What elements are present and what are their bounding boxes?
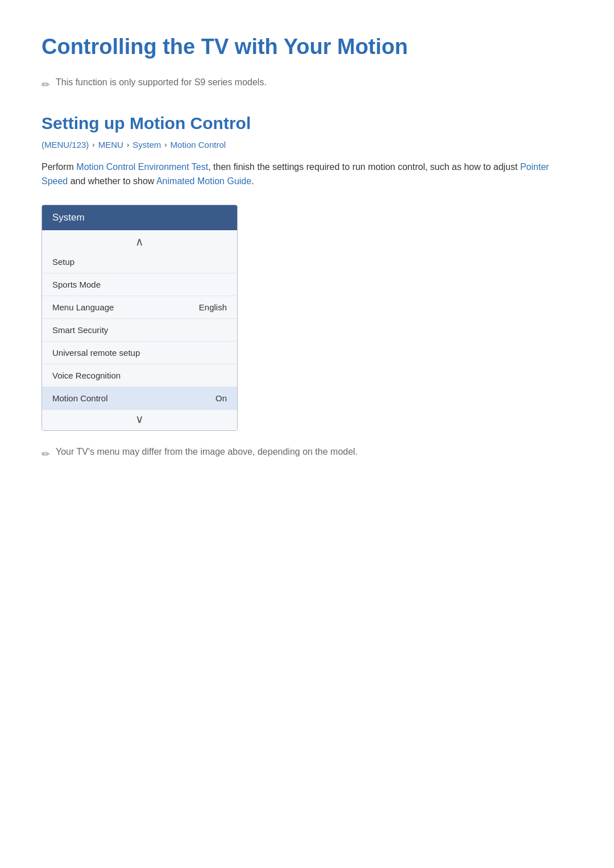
link-motion-control-env-test[interactable]: Motion Control Environment Test [76,162,208,172]
note-row-1: ✏ This function is only supported for S9… [42,77,572,91]
breadcrumb-sep-1: › [92,140,94,149]
pencil-icon-2: ✏ [42,448,50,460]
chevron-down-icon: ∨ [135,412,144,426]
note-row-2: ✏ Your TV's menu may differ from the ima… [42,447,572,460]
body-prefix: Perform [42,162,76,172]
breadcrumb-system[interactable]: System [132,140,161,149]
breadcrumb-motion-control[interactable]: Motion Control [171,140,226,149]
breadcrumb-sep-2: › [127,140,129,149]
menu-item-smart-security[interactable]: Smart Security [42,319,237,342]
menu-item-voice-recognition[interactable]: Voice Recognition [42,364,237,387]
breadcrumb-menu123[interactable]: (MENU/123) [42,140,89,149]
breadcrumb-sep-3: › [164,140,167,149]
section-title: Setting up Motion Control [42,114,572,133]
page-title: Controlling the TV with Your Motion [42,34,572,60]
breadcrumb: (MENU/123) › MENU › System › Motion Cont… [42,140,572,149]
breadcrumb-menu[interactable]: MENU [98,140,123,149]
note-text-1: This function is only supported for S9 s… [56,77,267,88]
body-paragraph: Perform Motion Control Environment Test,… [42,160,572,189]
body-middle2: and whether to show [68,176,156,186]
menu-chevron-up-row: ∧ [42,230,237,251]
menu-item-universal-remote-setup[interactable]: Universal remote setup [42,342,237,364]
pencil-icon-1: ✏ [42,78,50,91]
menu-item-menu-language-label: Menu Language [52,302,114,312]
menu-item-menu-language[interactable]: Menu Language English [42,296,237,319]
menu-header: System [42,205,237,230]
menu-item-motion-control-label: Motion Control [52,393,108,403]
menu-item-motion-control-value: On [215,393,227,403]
menu-item-setup-label: Setup [52,257,74,267]
body-suffix: . [251,176,254,186]
menu-chevron-down-row: ∨ [42,410,237,430]
menu-item-menu-language-value: English [199,302,227,312]
menu-item-sports-mode-label: Sports Mode [52,280,101,289]
menu-item-setup[interactable]: Setup [42,251,237,273]
menu-item-universal-remote-setup-label: Universal remote setup [52,348,140,358]
menu-item-voice-recognition-label: Voice Recognition [52,371,121,380]
note-text-2: Your TV's menu may differ from the image… [56,447,358,457]
link-animated-motion-guide[interactable]: Animated Motion Guide [156,176,251,186]
menu-item-motion-control[interactable]: Motion Control On [42,387,237,410]
chevron-up-icon: ∧ [135,235,144,248]
menu-item-sports-mode[interactable]: Sports Mode [42,273,237,296]
menu-item-smart-security-label: Smart Security [52,325,108,335]
system-menu-box: System ∧ Setup Sports Mode Menu Language… [42,205,238,431]
body-middle: , then finish the settings required to r… [208,162,520,172]
